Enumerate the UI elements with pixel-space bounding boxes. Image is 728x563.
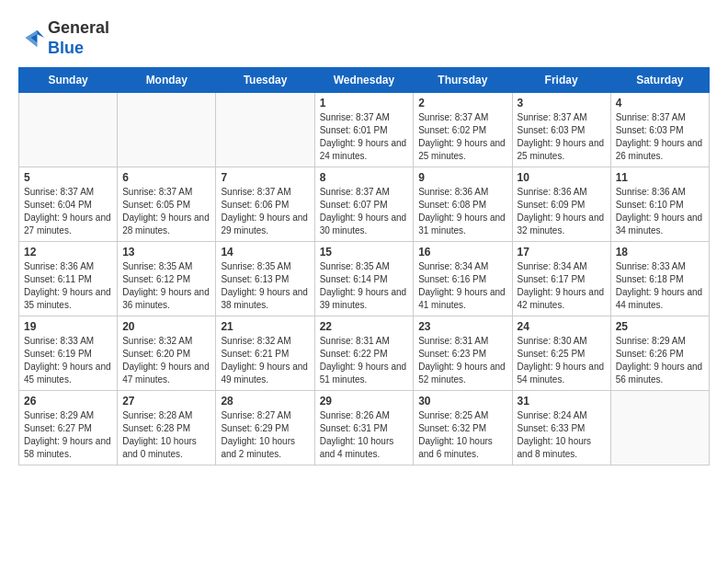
- day-number: 31: [518, 395, 606, 408]
- calendar-week-4: 19Sunrise: 8:33 AM Sunset: 6:19 PM Dayli…: [19, 316, 710, 391]
- day-info: Sunrise: 8:34 AM Sunset: 6:17 PM Dayligh…: [518, 260, 606, 312]
- weekday-header-row: SundayMondayTuesdayWednesdayThursdayFrid…: [19, 68, 710, 93]
- day-info: Sunrise: 8:36 AM Sunset: 6:09 PM Dayligh…: [518, 186, 606, 237]
- calendar-cell: 16Sunrise: 8:34 AM Sunset: 6:16 PM Dayli…: [414, 242, 512, 316]
- day-info: Sunrise: 8:37 AM Sunset: 6:04 PM Dayligh…: [24, 186, 112, 237]
- weekday-header-monday: Monday: [118, 68, 216, 93]
- day-number: 11: [616, 171, 704, 184]
- calendar-cell: 9Sunrise: 8:36 AM Sunset: 6:08 PM Daylig…: [414, 167, 512, 242]
- day-number: 20: [122, 320, 210, 333]
- calendar-cell: [216, 93, 314, 167]
- day-info: Sunrise: 8:36 AM Sunset: 6:11 PM Dayligh…: [24, 260, 112, 312]
- calendar-cell: 12Sunrise: 8:36 AM Sunset: 6:11 PM Dayli…: [19, 242, 118, 316]
- logo: General Blue: [18, 18, 109, 58]
- calendar-cell: 10Sunrise: 8:36 AM Sunset: 6:09 PM Dayli…: [512, 167, 610, 242]
- day-info: Sunrise: 8:32 AM Sunset: 6:20 PM Dayligh…: [122, 335, 210, 386]
- weekday-header-wednesday: Wednesday: [314, 68, 414, 93]
- day-number: 27: [122, 395, 210, 408]
- day-number: 29: [320, 395, 409, 408]
- day-info: Sunrise: 8:36 AM Sunset: 6:10 PM Dayligh…: [616, 186, 704, 237]
- day-number: 8: [320, 171, 409, 184]
- day-number: 24: [518, 320, 606, 333]
- day-number: 28: [221, 395, 309, 408]
- logo-general: General: [48, 18, 109, 37]
- calendar-cell: 26Sunrise: 8:29 AM Sunset: 6:27 PM Dayli…: [19, 391, 118, 465]
- calendar-cell: 20Sunrise: 8:32 AM Sunset: 6:20 PM Dayli…: [118, 316, 216, 391]
- day-info: Sunrise: 8:37 AM Sunset: 6:06 PM Dayligh…: [221, 186, 309, 237]
- day-number: 5: [24, 171, 112, 184]
- calendar-table: SundayMondayTuesdayWednesdayThursdayFrid…: [18, 67, 710, 465]
- day-number: 17: [518, 246, 606, 259]
- calendar-cell: 31Sunrise: 8:24 AM Sunset: 6:33 PM Dayli…: [512, 391, 610, 465]
- day-number: 1: [320, 97, 409, 109]
- calendar-week-2: 5Sunrise: 8:37 AM Sunset: 6:04 PM Daylig…: [19, 167, 710, 242]
- day-info: Sunrise: 8:37 AM Sunset: 6:03 PM Dayligh…: [616, 111, 704, 163]
- calendar-cell: 5Sunrise: 8:37 AM Sunset: 6:04 PM Daylig…: [19, 167, 118, 242]
- calendar-cell: 18Sunrise: 8:33 AM Sunset: 6:18 PM Dayli…: [610, 242, 709, 316]
- weekday-header-friday: Friday: [512, 68, 610, 93]
- day-info: Sunrise: 8:28 AM Sunset: 6:28 PM Dayligh…: [122, 409, 210, 461]
- day-number: 9: [418, 171, 506, 184]
- weekday-header-thursday: Thursday: [414, 68, 512, 93]
- day-info: Sunrise: 8:31 AM Sunset: 6:22 PM Dayligh…: [320, 335, 409, 386]
- day-info: Sunrise: 8:29 AM Sunset: 6:27 PM Dayligh…: [24, 409, 112, 461]
- calendar-cell: 25Sunrise: 8:29 AM Sunset: 6:26 PM Dayli…: [610, 316, 709, 391]
- calendar-cell: 4Sunrise: 8:37 AM Sunset: 6:03 PM Daylig…: [610, 93, 709, 167]
- day-number: 7: [221, 171, 309, 184]
- day-info: Sunrise: 8:35 AM Sunset: 6:12 PM Dayligh…: [122, 260, 210, 312]
- calendar-cell: [610, 391, 709, 465]
- day-number: 10: [518, 171, 606, 184]
- calendar-cell: 14Sunrise: 8:35 AM Sunset: 6:13 PM Dayli…: [216, 242, 314, 316]
- day-info: Sunrise: 8:37 AM Sunset: 6:07 PM Dayligh…: [320, 186, 409, 237]
- day-info: Sunrise: 8:36 AM Sunset: 6:08 PM Dayligh…: [418, 186, 506, 237]
- day-info: Sunrise: 8:37 AM Sunset: 6:02 PM Dayligh…: [418, 111, 506, 163]
- weekday-header-tuesday: Tuesday: [216, 68, 314, 93]
- calendar-cell: 17Sunrise: 8:34 AM Sunset: 6:17 PM Dayli…: [512, 242, 610, 316]
- calendar-cell: 1Sunrise: 8:37 AM Sunset: 6:01 PM Daylig…: [314, 93, 414, 167]
- logo-icon: [18, 26, 44, 52]
- calendar-cell: 22Sunrise: 8:31 AM Sunset: 6:22 PM Dayli…: [314, 316, 414, 391]
- day-info: Sunrise: 8:24 AM Sunset: 6:33 PM Dayligh…: [518, 409, 606, 461]
- day-info: Sunrise: 8:26 AM Sunset: 6:31 PM Dayligh…: [320, 409, 409, 461]
- day-number: 30: [418, 395, 506, 408]
- day-info: Sunrise: 8:33 AM Sunset: 6:18 PM Dayligh…: [616, 260, 704, 312]
- calendar-cell: 28Sunrise: 8:27 AM Sunset: 6:29 PM Dayli…: [216, 391, 314, 465]
- day-number: 19: [24, 320, 112, 333]
- calendar-cell: 29Sunrise: 8:26 AM Sunset: 6:31 PM Dayli…: [314, 391, 414, 465]
- day-number: 25: [616, 320, 704, 333]
- day-info: Sunrise: 8:31 AM Sunset: 6:23 PM Dayligh…: [418, 335, 506, 386]
- calendar-cell: 7Sunrise: 8:37 AM Sunset: 6:06 PM Daylig…: [216, 167, 314, 242]
- day-number: 12: [24, 246, 112, 259]
- day-number: 15: [320, 246, 409, 259]
- calendar-cell: 23Sunrise: 8:31 AM Sunset: 6:23 PM Dayli…: [414, 316, 512, 391]
- day-info: Sunrise: 8:35 AM Sunset: 6:13 PM Dayligh…: [221, 260, 309, 312]
- day-info: Sunrise: 8:37 AM Sunset: 6:03 PM Dayligh…: [518, 111, 606, 163]
- calendar-cell: 15Sunrise: 8:35 AM Sunset: 6:14 PM Dayli…: [314, 242, 414, 316]
- day-info: Sunrise: 8:34 AM Sunset: 6:16 PM Dayligh…: [418, 260, 506, 312]
- day-number: 26: [24, 395, 112, 408]
- calendar-cell: 11Sunrise: 8:36 AM Sunset: 6:10 PM Dayli…: [610, 167, 709, 242]
- day-number: 4: [616, 97, 704, 109]
- day-info: Sunrise: 8:35 AM Sunset: 6:14 PM Dayligh…: [320, 260, 409, 312]
- day-number: 3: [518, 97, 606, 109]
- day-info: Sunrise: 8:37 AM Sunset: 6:01 PM Dayligh…: [320, 111, 409, 163]
- logo-text: General Blue: [48, 18, 109, 58]
- day-info: Sunrise: 8:29 AM Sunset: 6:26 PM Dayligh…: [616, 335, 704, 386]
- day-number: 13: [122, 246, 210, 259]
- day-number: 2: [418, 97, 506, 109]
- day-number: 6: [122, 171, 210, 184]
- calendar-week-1: 1Sunrise: 8:37 AM Sunset: 6:01 PM Daylig…: [19, 93, 710, 167]
- calendar-cell: 3Sunrise: 8:37 AM Sunset: 6:03 PM Daylig…: [512, 93, 610, 167]
- calendar-cell: [118, 93, 216, 167]
- day-info: Sunrise: 8:25 AM Sunset: 6:32 PM Dayligh…: [418, 409, 506, 461]
- calendar-cell: 24Sunrise: 8:30 AM Sunset: 6:25 PM Dayli…: [512, 316, 610, 391]
- calendar-cell: [19, 93, 118, 167]
- calendar-week-3: 12Sunrise: 8:36 AM Sunset: 6:11 PM Dayli…: [19, 242, 710, 316]
- calendar-cell: 30Sunrise: 8:25 AM Sunset: 6:32 PM Dayli…: [414, 391, 512, 465]
- calendar-cell: 2Sunrise: 8:37 AM Sunset: 6:02 PM Daylig…: [414, 93, 512, 167]
- day-number: 18: [616, 246, 704, 259]
- logo-blue: Blue: [48, 39, 84, 57]
- day-info: Sunrise: 8:27 AM Sunset: 6:29 PM Dayligh…: [221, 409, 309, 461]
- day-info: Sunrise: 8:33 AM Sunset: 6:19 PM Dayligh…: [24, 335, 112, 386]
- calendar-cell: 21Sunrise: 8:32 AM Sunset: 6:21 PM Dayli…: [216, 316, 314, 391]
